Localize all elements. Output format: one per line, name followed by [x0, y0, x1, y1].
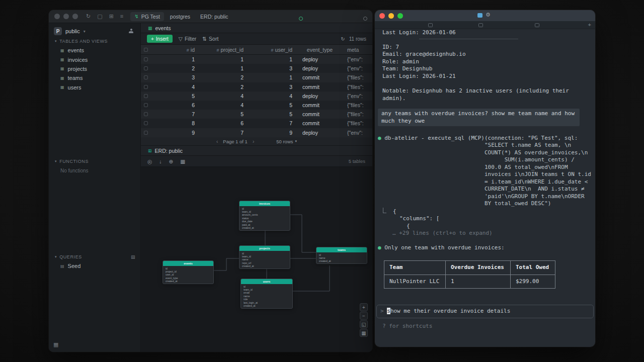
table-row[interactable]: 7 5 5 commit {"files": [141, 110, 372, 119]
cell-event-type[interactable]: commit [296, 111, 343, 117]
sidebar-item-table[interactable]: ▦ invoices [49, 55, 140, 64]
cell-event-type[interactable]: deploy [296, 93, 343, 99]
sidebar-item-table[interactable]: ▦ events [49, 46, 140, 55]
zoom-button[interactable] [397, 13, 403, 19]
cell-id[interactable]: 1 [151, 56, 199, 62]
column-header-id[interactable]: #id [151, 47, 199, 53]
cell-user-id[interactable]: 3 [248, 65, 296, 71]
cell-event-type[interactable]: commit [296, 120, 343, 126]
row-checkbox[interactable] [144, 66, 148, 70]
row-checkbox[interactable] [144, 131, 148, 135]
cell-project-id[interactable]: 2 [199, 84, 248, 90]
minimize-button[interactable] [63, 14, 69, 19]
next-page-icon[interactable]: › [253, 139, 254, 144]
row-checkbox[interactable] [144, 75, 148, 79]
tables-section-header[interactable]: ▾ TABLES AND VIEWS [49, 37, 140, 46]
tab-connection[interactable]: ↯ PG Test [130, 12, 164, 21]
column-header-project-id[interactable]: #project_id [199, 47, 248, 53]
cell-event-type[interactable]: deploy [296, 65, 343, 71]
cell-project-id[interactable]: 1 [199, 56, 248, 62]
table-row[interactable]: 1 1 1 deploy {"env": [141, 55, 372, 64]
column-header-event-type[interactable]: event_type [296, 47, 343, 53]
cell-id[interactable]: 9 [151, 130, 199, 136]
menu-icon[interactable]: ≡ [120, 13, 123, 20]
minimap-button[interactable]: ▦ [360, 329, 368, 337]
cell-project-id[interactable]: 1 [199, 65, 248, 71]
erd-download-icon[interactable]: ↓ [159, 158, 162, 164]
cell-meta[interactable]: {"env": [343, 93, 372, 99]
queries-section-header[interactable]: ▾ QUERIES ▤ [49, 252, 140, 261]
cell-project-id[interactable]: 5 [199, 111, 248, 117]
minimize-button[interactable] [388, 13, 394, 19]
cell-event-type[interactable]: commit [296, 102, 343, 108]
erd-canvas[interactable]: invoices idteam_idamount_centsstatusdue_… [141, 167, 372, 352]
cell-user-id[interactable]: 1 [248, 56, 296, 62]
cell-user-id[interactable]: 9 [248, 130, 296, 136]
content-tab-events[interactable]: events [155, 25, 171, 31]
cell-project-id[interactable]: 4 [199, 102, 248, 108]
erd-table-teams[interactable]: teams idnamecreated_at [316, 247, 367, 264]
cell-event-type[interactable]: commit [296, 84, 343, 90]
cell-meta[interactable]: {"files": [343, 84, 372, 90]
insert-button[interactable]: + Insert [147, 35, 173, 43]
refresh-icon[interactable]: ↻ [86, 13, 91, 20]
close-button[interactable] [379, 13, 385, 19]
erd-table-events[interactable]: events idproject_iduser_idevent_typecrea… [163, 260, 214, 284]
cell-id[interactable]: 8 [151, 120, 199, 126]
zoom-out-button[interactable]: − [360, 312, 368, 320]
erd-table-users[interactable]: users idteam_idemailnamerolelast_login_a… [240, 279, 293, 309]
user-icon[interactable] [129, 29, 133, 33]
cell-user-id[interactable]: 3 [248, 84, 296, 90]
cell-id[interactable]: 7 [151, 111, 199, 117]
table-row[interactable]: 4 2 3 commit {"files": [141, 82, 372, 92]
cell-meta[interactable]: {"files": [343, 111, 372, 117]
cell-user-id[interactable]: 7 [248, 120, 296, 126]
row-checkbox[interactable] [144, 94, 148, 98]
grid-icon[interactable]: ⊞ [109, 13, 114, 20]
pane-icon[interactable] [535, 23, 539, 27]
cell-project-id[interactable]: 6 [199, 120, 248, 126]
cell-id[interactable]: 6 [151, 102, 199, 108]
cell-event-type[interactable]: deploy [296, 56, 343, 62]
cell-meta[interactable]: {"files": [343, 74, 372, 80]
zoom-in-button[interactable]: + [360, 303, 368, 311]
select-all-checkbox[interactable] [144, 48, 148, 52]
table-row[interactable]: 2 1 3 deploy {"env": [141, 64, 372, 73]
cell-event-type[interactable]: deploy [296, 130, 343, 136]
filter-button[interactable]: ▽ Filter [179, 36, 196, 42]
cell-project-id[interactable]: 2 [199, 74, 248, 80]
table-row[interactable]: 3 2 1 commit {"files": [141, 73, 372, 82]
connected-plug-icon[interactable] [299, 14, 303, 23]
cell-user-id[interactable]: 5 [248, 102, 296, 108]
cell-user-id[interactable]: 4 [248, 93, 296, 99]
pane-icon[interactable] [428, 23, 433, 27]
cell-meta[interactable]: {"env": [343, 56, 372, 62]
row-checkbox[interactable] [144, 57, 148, 61]
terminal-content[interactable]: Last Login: 2026-01-06 ID: 7 Email: grac… [375, 29, 595, 347]
erd-table-projects[interactable]: projects idteam_idnamerepo_urlcreated_at [239, 245, 290, 269]
cell-project-id[interactable]: 7 [199, 130, 248, 136]
erd-add-icon[interactable]: ⊕ [169, 158, 173, 164]
erd-pointer-icon[interactable]: ◎ [147, 158, 152, 164]
table-row[interactable]: 6 4 5 commit {"files": [141, 101, 372, 110]
cell-meta[interactable]: {"env": [343, 65, 372, 71]
new-tab-icon[interactable]: + [588, 22, 591, 28]
close-button[interactable] [54, 14, 60, 19]
row-checkbox[interactable] [144, 103, 148, 107]
column-header-meta[interactable]: meta [343, 47, 372, 53]
table-row[interactable]: 8 6 7 commit {"files": [141, 119, 372, 128]
schema-selector[interactable]: P public ▾ [49, 26, 140, 36]
sidebar-toggle-icon[interactable]: ▦ [53, 341, 58, 348]
list-icon[interactable]: ▤ [131, 254, 135, 259]
cell-meta[interactable]: {"files": [343, 102, 372, 108]
prev-page-icon[interactable]: ‹ [216, 139, 218, 144]
erd-tab-label[interactable]: ERD: public [155, 148, 183, 154]
cell-user-id[interactable]: 1 [248, 74, 296, 80]
sidebar-item-query[interactable]: ▤ Seed [49, 261, 140, 270]
zoom-fit-button[interactable]: ◱ [360, 320, 368, 328]
erd-table-invoices[interactable]: invoices idteam_idamount_centsstatusdue_… [239, 201, 290, 231]
zoom-button[interactable] [72, 14, 78, 19]
cell-id[interactable]: 3 [151, 74, 199, 80]
tab-erd[interactable]: ERD: public [196, 12, 232, 21]
sort-button[interactable]: ⇅ Sort [202, 36, 218, 42]
